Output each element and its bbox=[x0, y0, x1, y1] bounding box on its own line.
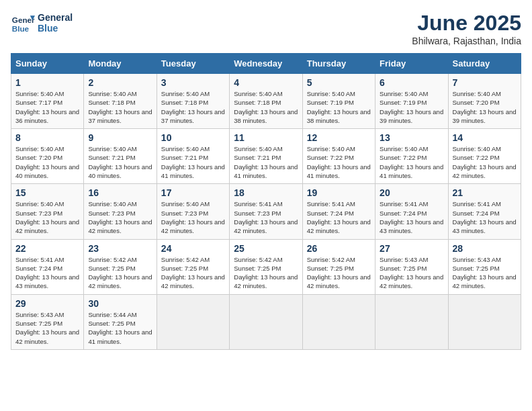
day-info: Sunrise: 5:40 AMSunset: 7:23 PMDaylight:… bbox=[161, 199, 225, 235]
logo: General Blue General Blue bbox=[11, 11, 73, 35]
calendar-cell: 17Sunrise: 5:40 AMSunset: 7:23 PMDayligh… bbox=[157, 184, 229, 239]
calendar-cell: 3Sunrise: 5:40 AMSunset: 7:18 PMDaylight… bbox=[157, 74, 229, 129]
day-info: Sunrise: 5:44 AMSunset: 7:25 PMDaylight:… bbox=[88, 310, 152, 346]
col-header-tuesday: Tuesday bbox=[157, 54, 229, 74]
day-info: Sunrise: 5:42 AMSunset: 7:25 PMDaylight:… bbox=[307, 255, 371, 291]
calendar-week: 1Sunrise: 5:40 AMSunset: 7:17 PMDaylight… bbox=[11, 74, 521, 129]
day-info: Sunrise: 5:41 AMSunset: 7:23 PMDaylight:… bbox=[234, 199, 298, 235]
day-info: Sunrise: 5:40 AMSunset: 7:17 PMDaylight:… bbox=[15, 89, 79, 125]
day-info: Sunrise: 5:43 AMSunset: 7:25 PMDaylight:… bbox=[380, 255, 443, 291]
day-number: 8 bbox=[15, 132, 79, 143]
calendar-body: 1Sunrise: 5:40 AMSunset: 7:17 PMDaylight… bbox=[11, 74, 521, 350]
day-number: 22 bbox=[15, 243, 79, 254]
day-number: 10 bbox=[161, 132, 225, 143]
calendar-cell: 10Sunrise: 5:40 AMSunset: 7:21 PMDayligh… bbox=[157, 129, 229, 184]
col-header-saturday: Saturday bbox=[448, 54, 521, 74]
day-number: 4 bbox=[234, 77, 298, 88]
calendar-cell: 21Sunrise: 5:41 AMSunset: 7:24 PMDayligh… bbox=[448, 184, 521, 239]
day-number: 18 bbox=[234, 187, 298, 198]
day-number: 30 bbox=[88, 298, 152, 309]
logo-icon: General Blue bbox=[11, 11, 35, 35]
day-info: Sunrise: 5:40 AMSunset: 7:20 PMDaylight:… bbox=[15, 144, 79, 180]
day-number: 20 bbox=[380, 187, 443, 198]
day-number: 21 bbox=[453, 187, 517, 198]
calendar-cell: 2Sunrise: 5:40 AMSunset: 7:18 PMDaylight… bbox=[84, 74, 157, 129]
calendar-cell bbox=[302, 294, 375, 349]
calendar-cell: 8Sunrise: 5:40 AMSunset: 7:20 PMDaylight… bbox=[11, 129, 84, 184]
day-info: Sunrise: 5:40 AMSunset: 7:19 PMDaylight:… bbox=[307, 89, 371, 125]
day-number: 13 bbox=[380, 132, 443, 143]
logo-line1: General bbox=[38, 12, 73, 23]
column-headers: SundayMondayTuesdayWednesdayThursdayFrid… bbox=[11, 54, 521, 74]
calendar-cell bbox=[448, 294, 521, 349]
day-info: Sunrise: 5:40 AMSunset: 7:23 PMDaylight:… bbox=[15, 199, 79, 235]
calendar-cell: 26Sunrise: 5:42 AMSunset: 7:25 PMDayligh… bbox=[302, 239, 375, 294]
calendar-cell: 28Sunrise: 5:43 AMSunset: 7:25 PMDayligh… bbox=[448, 239, 521, 294]
calendar-cell: 13Sunrise: 5:40 AMSunset: 7:22 PMDayligh… bbox=[375, 129, 448, 184]
day-number: 28 bbox=[453, 243, 517, 254]
day-info: Sunrise: 5:42 AMSunset: 7:25 PMDaylight:… bbox=[161, 255, 225, 291]
day-info: Sunrise: 5:40 AMSunset: 7:18 PMDaylight:… bbox=[88, 89, 152, 125]
day-number: 2 bbox=[88, 77, 152, 88]
day-number: 26 bbox=[307, 243, 371, 254]
calendar-cell: 20Sunrise: 5:41 AMSunset: 7:24 PMDayligh… bbox=[375, 184, 448, 239]
col-header-friday: Friday bbox=[375, 54, 448, 74]
day-number: 1 bbox=[15, 77, 79, 88]
day-info: Sunrise: 5:40 AMSunset: 7:18 PMDaylight:… bbox=[234, 89, 298, 125]
day-info: Sunrise: 5:43 AMSunset: 7:25 PMDaylight:… bbox=[15, 310, 79, 346]
day-info: Sunrise: 5:40 AMSunset: 7:19 PMDaylight:… bbox=[380, 89, 443, 125]
day-number: 9 bbox=[88, 132, 152, 143]
calendar-week: 22Sunrise: 5:41 AMSunset: 7:24 PMDayligh… bbox=[11, 239, 521, 294]
day-number: 3 bbox=[161, 77, 225, 88]
calendar-cell: 15Sunrise: 5:40 AMSunset: 7:23 PMDayligh… bbox=[11, 184, 84, 239]
svg-text:Blue: Blue bbox=[12, 24, 30, 33]
page-header: General Blue General Blue June 2025 Bhil… bbox=[11, 11, 521, 46]
day-info: Sunrise: 5:40 AMSunset: 7:21 PMDaylight:… bbox=[88, 144, 152, 180]
day-info: Sunrise: 5:40 AMSunset: 7:21 PMDaylight:… bbox=[234, 144, 298, 180]
calendar-cell: 25Sunrise: 5:42 AMSunset: 7:25 PMDayligh… bbox=[230, 239, 302, 294]
day-number: 27 bbox=[380, 243, 443, 254]
col-header-monday: Monday bbox=[84, 54, 157, 74]
calendar-cell: 9Sunrise: 5:40 AMSunset: 7:21 PMDaylight… bbox=[84, 129, 157, 184]
col-header-sunday: Sunday bbox=[11, 54, 84, 74]
day-number: 23 bbox=[88, 243, 152, 254]
day-number: 24 bbox=[161, 243, 225, 254]
calendar-cell: 24Sunrise: 5:42 AMSunset: 7:25 PMDayligh… bbox=[157, 239, 229, 294]
calendar-week: 15Sunrise: 5:40 AMSunset: 7:23 PMDayligh… bbox=[11, 184, 521, 239]
col-header-wednesday: Wednesday bbox=[230, 54, 302, 74]
day-info: Sunrise: 5:42 AMSunset: 7:25 PMDaylight:… bbox=[88, 255, 152, 291]
calendar-cell: 5Sunrise: 5:40 AMSunset: 7:19 PMDaylight… bbox=[302, 74, 375, 129]
day-number: 5 bbox=[307, 77, 371, 88]
day-number: 7 bbox=[453, 77, 517, 88]
day-number: 16 bbox=[88, 187, 152, 198]
day-info: Sunrise: 5:41 AMSunset: 7:24 PMDaylight:… bbox=[380, 199, 443, 235]
day-info: Sunrise: 5:42 AMSunset: 7:25 PMDaylight:… bbox=[234, 255, 298, 291]
day-info: Sunrise: 5:43 AMSunset: 7:25 PMDaylight:… bbox=[453, 255, 517, 291]
calendar-cell: 22Sunrise: 5:41 AMSunset: 7:24 PMDayligh… bbox=[11, 239, 84, 294]
calendar-week: 8Sunrise: 5:40 AMSunset: 7:20 PMDaylight… bbox=[11, 129, 521, 184]
calendar-cell: 14Sunrise: 5:40 AMSunset: 7:22 PMDayligh… bbox=[448, 129, 521, 184]
calendar-cell: 7Sunrise: 5:40 AMSunset: 7:20 PMDaylight… bbox=[448, 74, 521, 129]
calendar-cell: 11Sunrise: 5:40 AMSunset: 7:21 PMDayligh… bbox=[230, 129, 302, 184]
calendar-cell: 18Sunrise: 5:41 AMSunset: 7:23 PMDayligh… bbox=[230, 184, 302, 239]
day-info: Sunrise: 5:40 AMSunset: 7:23 PMDaylight:… bbox=[88, 199, 152, 235]
calendar-table: SundayMondayTuesdayWednesdayThursdayFrid… bbox=[11, 53, 521, 350]
calendar-cell: 29Sunrise: 5:43 AMSunset: 7:25 PMDayligh… bbox=[11, 294, 84, 349]
calendar-cell: 30Sunrise: 5:44 AMSunset: 7:25 PMDayligh… bbox=[84, 294, 157, 349]
calendar-subtitle: Bhilwara, Rajasthan, India bbox=[412, 36, 521, 46]
calendar-cell: 4Sunrise: 5:40 AMSunset: 7:18 PMDaylight… bbox=[230, 74, 302, 129]
day-number: 12 bbox=[307, 132, 371, 143]
day-number: 11 bbox=[234, 132, 298, 143]
calendar-cell: 1Sunrise: 5:40 AMSunset: 7:17 PMDaylight… bbox=[11, 74, 84, 129]
day-number: 14 bbox=[453, 132, 517, 143]
col-header-thursday: Thursday bbox=[302, 54, 375, 74]
calendar-cell: 16Sunrise: 5:40 AMSunset: 7:23 PMDayligh… bbox=[84, 184, 157, 239]
day-info: Sunrise: 5:41 AMSunset: 7:24 PMDaylight:… bbox=[453, 199, 517, 235]
title-area: June 2025 Bhilwara, Rajasthan, India bbox=[412, 11, 521, 46]
day-number: 19 bbox=[307, 187, 371, 198]
calendar-cell: 12Sunrise: 5:40 AMSunset: 7:22 PMDayligh… bbox=[302, 129, 375, 184]
calendar-cell bbox=[157, 294, 229, 349]
calendar-cell: 19Sunrise: 5:41 AMSunset: 7:24 PMDayligh… bbox=[302, 184, 375, 239]
day-info: Sunrise: 5:40 AMSunset: 7:21 PMDaylight:… bbox=[161, 144, 225, 180]
day-number: 25 bbox=[234, 243, 298, 254]
